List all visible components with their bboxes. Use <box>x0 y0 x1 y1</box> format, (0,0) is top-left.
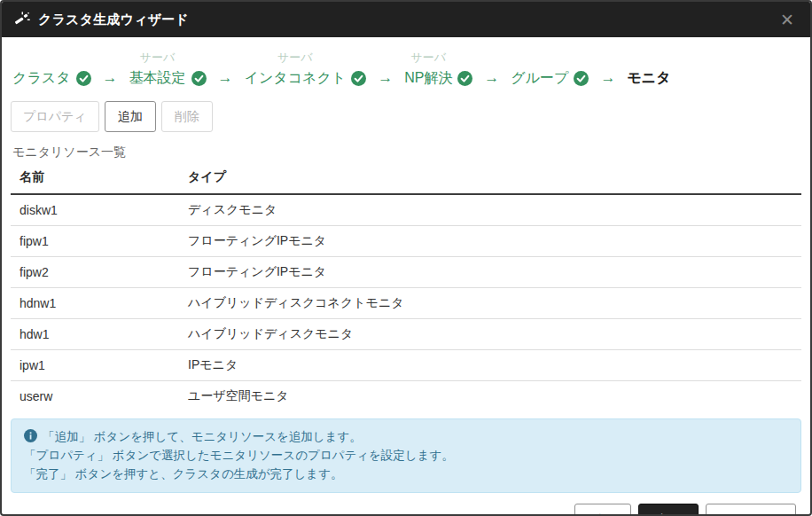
arrow-right-icon: → <box>484 69 499 88</box>
resource-name-cell: hdw1 <box>11 318 179 349</box>
monitor-resource-row[interactable]: ipw1IPモニタ <box>11 349 801 380</box>
cluster-generation-wizard-dialog: クラスタ生成ウィザード ✕ クラスタ→サーバ基本設定→サーバインタコネクト→サー… <box>0 0 812 516</box>
dialog-footer: ◂戻る 完了 キャンセル <box>2 493 810 516</box>
check-circle-icon <box>76 71 91 86</box>
remove-button: 削除 <box>161 101 213 132</box>
resource-type-cell: フローティングIPモニタ <box>179 256 801 287</box>
check-circle-icon <box>457 71 472 86</box>
close-icon[interactable]: ✕ <box>777 10 798 30</box>
step-group-label: サーバ <box>404 50 472 66</box>
resource-type-cell: フローティングIPモニタ <box>179 225 801 256</box>
add-button[interactable]: 追加 <box>105 101 156 132</box>
column-header-type: タイプ <box>179 162 801 194</box>
wizard-step-2[interactable]: サーバ基本設定 <box>129 50 207 88</box>
wizard-step-1[interactable]: クラスタ <box>12 69 91 88</box>
step-label: グループ <box>511 69 568 88</box>
back-button-label: 戻る <box>593 512 618 516</box>
step-group-label: サーバ <box>245 50 367 66</box>
resource-type-cell: ハイブリッドディスクモニタ <box>179 318 801 349</box>
monitor-resource-table: 名前 タイプ diskw1ディスクモニタfipw1フローティングIPモニタfip… <box>11 162 801 411</box>
step-label: NP解決 <box>404 69 452 88</box>
resource-name-cell: diskw1 <box>11 194 179 226</box>
resource-type-cell: ディスクモニタ <box>179 194 801 226</box>
arrow-right-icon: → <box>600 69 615 88</box>
monitor-resource-list-caption: モニタリソース一覧 <box>12 145 800 160</box>
step-label: モニタ <box>627 69 670 88</box>
dialog-title: クラスタ生成ウィザード <box>38 12 189 28</box>
table-header-row: 名前 タイプ <box>11 162 801 194</box>
property-button: プロパティ <box>11 101 99 132</box>
monitor-resource-row[interactable]: userwユーザ空間モニタ <box>11 380 801 411</box>
monitor-resource-row[interactable]: fipw2フローティングIPモニタ <box>11 256 801 287</box>
step-label: インタコネクト <box>245 69 347 88</box>
monitor-resource-row[interactable]: fipw1フローティングIPモニタ <box>11 225 801 256</box>
magic-wand-icon <box>14 12 30 27</box>
info-line: 「プロパティ」 ボタンで選択したモニタリソースのプロパティを設定します。 <box>24 446 788 465</box>
resource-type-cell: ハイブリッドディスクコネクトモニタ <box>179 287 801 318</box>
wizard-step-3[interactable]: サーバインタコネクト <box>245 50 367 88</box>
arrow-right-icon: → <box>218 69 233 88</box>
info-circle-icon <box>24 429 37 442</box>
dialog-titlebar: クラスタ生成ウィザード ✕ <box>2 2 810 37</box>
resource-name-cell: fipw1 <box>11 225 179 256</box>
wizard-step-6: モニタ <box>627 69 670 88</box>
finish-button[interactable]: 完了 <box>638 504 699 516</box>
arrow-right-icon: → <box>103 69 118 88</box>
step-group-label: サーバ <box>129 50 207 66</box>
wizard-steps-breadcrumb: クラスタ→サーバ基本設定→サーバインタコネクト→サーバNP解決→グループ→モニタ <box>2 37 810 95</box>
resource-name-cell: hdnw1 <box>11 287 179 318</box>
check-circle-icon <box>191 71 207 86</box>
info-box: 「追加」 ボタンを押して、モニタリソースを追加します。 「プロパティ」 ボタンで… <box>11 418 801 493</box>
resource-type-cell: ユーザ空間モニタ <box>179 380 801 411</box>
monitor-resource-row[interactable]: hdw1ハイブリッドディスクモニタ <box>11 318 801 349</box>
arrow-right-icon: → <box>378 69 393 88</box>
info-text: 「追加」 ボタンを押して、モニタリソースを追加します。 <box>43 430 362 443</box>
wizard-step-5[interactable]: グループ <box>511 69 589 88</box>
resource-name-cell: ipw1 <box>11 349 179 380</box>
resource-toolbar: プロパティ 追加 削除 <box>2 95 810 137</box>
resource-name-cell: fipw2 <box>11 256 179 287</box>
wizard-step-4[interactable]: サーバNP解決 <box>404 50 472 88</box>
monitor-resource-row[interactable]: diskw1ディスクモニタ <box>11 194 801 226</box>
check-circle-icon <box>351 71 366 86</box>
resource-name-cell: userw <box>11 380 179 411</box>
column-header-name: 名前 <box>11 162 179 194</box>
info-line: 「完了」 ボタンを押すと、クラスタの生成が完了します。 <box>24 465 788 483</box>
cancel-button[interactable]: キャンセル <box>706 504 796 516</box>
back-button[interactable]: ◂戻る <box>574 504 632 516</box>
info-line: 「追加」 ボタンを押して、モニタリソースを追加します。 <box>24 427 788 446</box>
resource-type-cell: IPモニタ <box>179 349 801 380</box>
step-label: 基本設定 <box>129 69 186 88</box>
step-label: クラスタ <box>12 69 71 88</box>
check-circle-icon <box>574 71 589 86</box>
monitor-resource-row[interactable]: hdnw1ハイブリッドディスクコネクトモニタ <box>11 287 801 318</box>
